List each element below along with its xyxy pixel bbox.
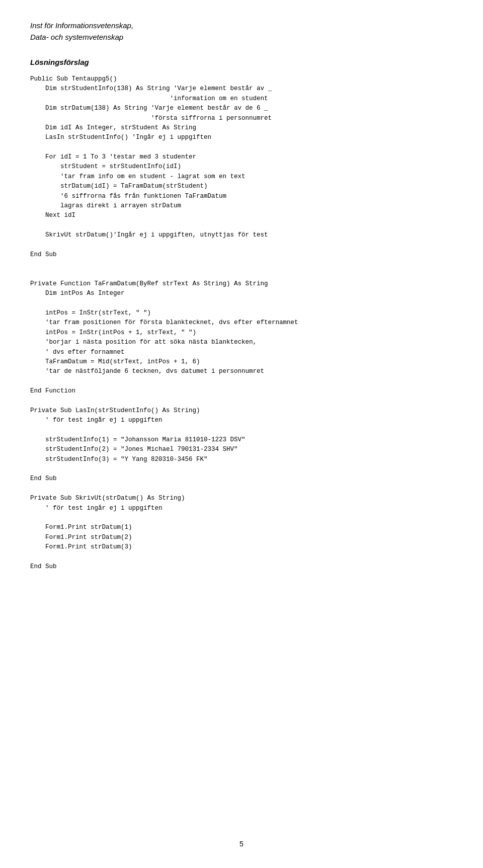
page-container: Inst för Informationsvetenskap, Data- oc… [0, 0, 483, 868]
code-block-main: Public Sub Tentauppg5() Dim strStudentIn… [30, 74, 453, 572]
header-line-1: Inst för Informationsvetenskap, [30, 20, 453, 32]
header-section: Inst för Informationsvetenskap, Data- oc… [30, 20, 453, 43]
header-line-2: Data- och systemvetenskap [30, 32, 453, 43]
section-title: Lösningsförslag [30, 58, 453, 66]
page-number: 5 [239, 840, 244, 848]
